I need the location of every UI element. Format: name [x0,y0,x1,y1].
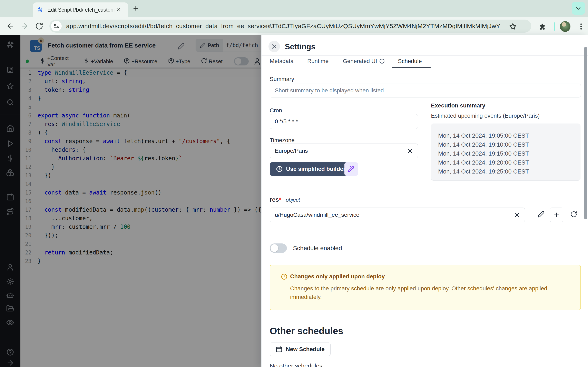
clock-icon [276,166,283,173]
profile-accent-bar [554,22,555,31]
event-row: Mon, 14 Oct 2024, 19:20:00 CEST [438,158,580,167]
magic-wand-icon [348,166,355,173]
settings-drawer: Settings Metadata Runtime Generated UI S… [261,35,588,367]
url-text: app.windmill.dev/scripts/edit/f/bd/fetch… [66,23,501,30]
schedule-enabled-label: Schedule enabled [293,245,342,252]
event-row: Mon, 14 Oct 2024, 19:15:00 CEST [438,149,580,158]
edit-resource-pencil-icon[interactable] [537,211,545,218]
ai-wand-button[interactable] [345,162,358,176]
res-resource-input[interactable] [270,208,525,222]
extensions-puzzle-icon[interactable] [538,22,546,31]
browser-tab-strip: Edit Script f/bd/fetch_custome [0,0,588,17]
summary-label: Summary [270,76,294,82]
execution-summary-subtitle: Estimated upcoming events (Europe/Paris) [431,113,540,119]
cron-label: Cron [270,107,282,114]
drawer-scrollbar[interactable] [584,47,587,219]
browser-toolbar: app.windmill.dev/scripts/edit/f/bd/fetch… [0,17,588,35]
timezone-input[interactable] [270,143,418,158]
arg-name: res [270,196,279,203]
clear-res-icon[interactable] [513,212,520,218]
timezone-label: Timezone [270,137,295,143]
back-icon[interactable] [6,22,14,30]
other-schedules-heading: Other schedules [270,325,343,336]
bookmark-star-icon[interactable] [509,22,517,31]
execution-summary-title: Execution summary [431,102,485,109]
required-mark: * [279,196,281,203]
warning-title: Changes only applied upon deploy [290,273,385,280]
no-other-schedules-text: No other schedules [270,363,323,367]
res-arg-header: res*object [270,196,300,203]
tab-generated-ui[interactable]: Generated UI [343,58,385,64]
drawer-title: Settings [285,42,315,51]
browser-tab[interactable]: Edit Script f/bd/fetch_custome [33,2,128,17]
calendar-icon [276,346,283,353]
arg-type: object [286,197,300,203]
event-row: Mon, 14 Oct 2024, 19:05:00 CEST [438,131,580,140]
upcoming-events-box: Mon, 14 Oct 2024, 19:05:00 CEST Mon, 14 … [431,124,580,181]
reload-icon[interactable] [35,22,43,30]
schedule-enabled-toggle[interactable] [270,243,287,253]
new-schedule-button[interactable]: New Schedule [270,342,330,356]
windmill-favicon [37,6,44,13]
deploy-warning-box: Changes only applied upon deploy Changes… [270,265,581,310]
use-simplified-builder-button[interactable]: Use simplified builder [270,162,352,176]
tab-close-icon[interactable] [116,7,121,13]
cron-input[interactable] [270,114,418,129]
tab-title: Edit Script f/bd/fetch_custome [47,7,115,13]
tab-schedule[interactable]: Schedule [398,58,422,64]
warning-icon [281,273,288,280]
clear-timezone-icon[interactable] [406,148,414,155]
add-resource-button[interactable] [550,208,563,222]
res-field [270,208,525,222]
divider [261,55,588,56]
refresh-resource-icon[interactable] [570,211,577,218]
timezone-field [270,143,418,158]
divider [261,68,588,68]
tab-metadata[interactable]: Metadata [270,58,294,64]
forward-icon[interactable] [20,22,29,30]
event-row: Mon, 14 Oct 2024, 19:25:00 CEST [438,167,580,176]
summary-input[interactable] [270,83,581,98]
warning-body: Changes to the primary schedule are only… [290,284,576,301]
close-icon[interactable] [268,41,280,52]
tab-runtime[interactable]: Runtime [307,58,329,64]
browser-chrome: Edit Script f/bd/fetch_custome app.windm… [0,0,588,35]
profile-avatar[interactable] [560,21,571,32]
url-bar[interactable]: app.windmill.dev/scripts/edit/f/bd/fetch… [49,20,531,33]
drawer-backdrop[interactable] [0,35,261,367]
site-settings-icon[interactable] [51,21,62,31]
new-tab-icon[interactable] [132,5,139,12]
info-icon [379,58,385,64]
browser-menu-icon[interactable] [577,22,585,31]
window-chevron-icon[interactable] [572,2,585,15]
event-row: Mon, 14 Oct 2024, 19:10:00 CEST [438,140,580,149]
windmill-app: TS Fetch customer data from EE service P… [0,35,588,367]
